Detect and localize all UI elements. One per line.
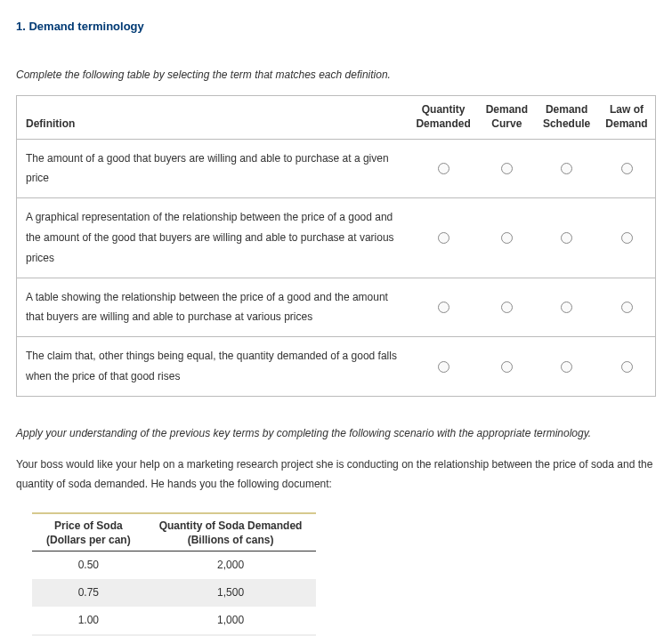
header-quantity-demanded: Quantity Demanded <box>409 96 479 139</box>
price-cell: 0.50 <box>32 551 145 579</box>
table-row: A graphical representation of the relati… <box>17 198 656 278</box>
radio-option[interactable] <box>621 163 633 174</box>
data-col2-sub: (Billions of cans) <box>145 534 317 551</box>
table-row: The claim that, other things being equal… <box>17 337 656 397</box>
qty-cell: 1,500 <box>145 579 317 607</box>
data-col1-header: Price of Soda <box>32 513 145 534</box>
data-row: 0.50 2,000 <box>32 551 316 579</box>
definition-cell: The amount of a good that buyers are wil… <box>17 139 409 198</box>
radio-option[interactable] <box>621 361 633 373</box>
radio-option[interactable] <box>501 163 513 174</box>
soda-data-table: Price of Soda Quantity of Soda Demanded … <box>32 512 316 636</box>
data-col2-header: Quantity of Soda Demanded <box>145 513 317 534</box>
table-row: The amount of a good that buyers are wil… <box>17 139 656 198</box>
radio-option[interactable] <box>438 361 449 373</box>
section-heading: 1. Demand terminology <box>16 16 656 38</box>
header-demand-schedule: Demand Schedule <box>535 96 598 139</box>
definition-table: Definition Quantity Demanded Demand Curv… <box>16 95 656 396</box>
price-cell: 0.75 <box>32 579 145 607</box>
table-row: A table showing the relationship between… <box>17 278 656 337</box>
definition-cell: A graphical representation of the relati… <box>17 198 409 278</box>
data-row: 0.75 1,500 <box>32 579 316 607</box>
radio-option[interactable] <box>561 302 572 313</box>
radio-option[interactable] <box>438 163 449 174</box>
definition-cell: The claim that, other things being equal… <box>17 337 409 397</box>
radio-option[interactable] <box>438 232 449 244</box>
radio-option[interactable] <box>621 302 633 313</box>
radio-option[interactable] <box>501 232 513 244</box>
radio-option[interactable] <box>561 163 572 174</box>
radio-option[interactable] <box>501 302 513 313</box>
price-cell: 1.00 <box>32 607 145 634</box>
radio-option[interactable] <box>561 232 572 244</box>
instruction-2: Apply your understanding of the previous… <box>16 423 656 444</box>
instruction-1: Complete the following table by selectin… <box>16 65 656 85</box>
data-col1-sub: (Dollars per can) <box>32 534 145 551</box>
radio-option[interactable] <box>561 361 572 373</box>
scenario-paragraph: Your boss would like your help on a mark… <box>16 455 656 495</box>
header-demand-curve: Demand Curve <box>479 96 535 139</box>
qty-cell: 1,000 <box>145 607 317 634</box>
header-definition: Definition <box>17 96 409 139</box>
radio-option[interactable] <box>621 232 633 244</box>
qty-cell: 2,000 <box>145 551 317 579</box>
data-row: 1.00 1,000 <box>32 607 316 634</box>
header-law-of-demand: Law of Demand <box>598 96 655 139</box>
radio-option[interactable] <box>501 361 513 373</box>
definition-cell: A table showing the relationship between… <box>17 278 409 337</box>
radio-option[interactable] <box>438 302 449 313</box>
